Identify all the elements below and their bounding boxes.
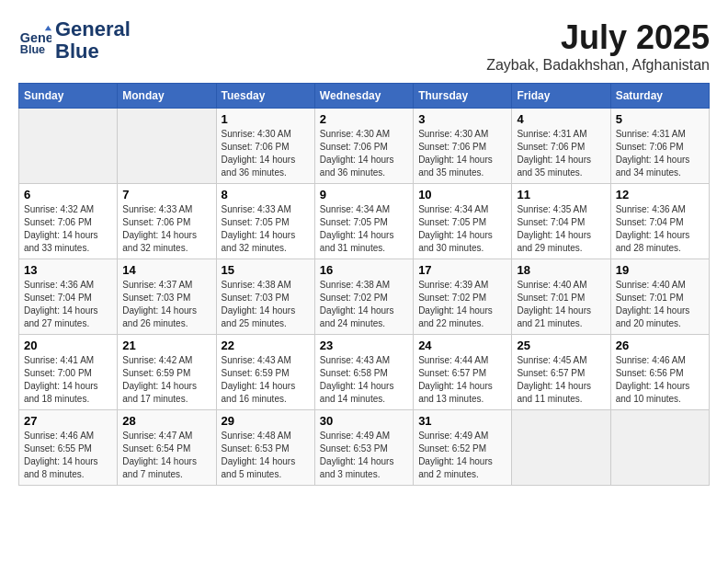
calendar-cell — [118, 109, 216, 184]
day-info: Sunrise: 4:34 AMSunset: 7:05 PMDaylight:… — [320, 203, 408, 255]
day-info: Sunrise: 4:45 AMSunset: 6:57 PMDaylight:… — [517, 354, 605, 406]
calendar-week-row: 20Sunrise: 4:41 AMSunset: 7:00 PMDayligh… — [19, 335, 710, 410]
day-number: 17 — [418, 263, 506, 277]
day-number: 1 — [222, 112, 310, 126]
day-number: 2 — [320, 112, 408, 126]
calendar-header-row: SundayMondayTuesdayWednesdayThursdayFrid… — [19, 84, 710, 109]
title-area: July 2025 Zaybak, Badakhshan, Afghanista… — [486, 18, 710, 74]
calendar-cell: 16Sunrise: 4:38 AMSunset: 7:02 PMDayligh… — [314, 259, 413, 335]
day-number: 10 — [418, 188, 506, 201]
calendar-cell: 25Sunrise: 4:45 AMSunset: 6:57 PMDayligh… — [512, 335, 610, 410]
day-info: Sunrise: 4:38 AMSunset: 7:03 PMDaylight:… — [222, 279, 310, 330]
day-info: Sunrise: 4:42 AMSunset: 6:59 PMDaylight:… — [122, 354, 210, 406]
day-number: 14 — [122, 263, 210, 277]
calendar-cell — [512, 410, 610, 486]
day-info: Sunrise: 4:43 AMSunset: 6:59 PMDaylight:… — [222, 354, 310, 406]
day-number: 5 — [616, 112, 704, 126]
day-info: Sunrise: 4:41 AMSunset: 7:00 PMDaylight:… — [24, 354, 112, 406]
day-number: 9 — [320, 188, 408, 201]
calendar-cell: 9Sunrise: 4:34 AMSunset: 7:05 PMDaylight… — [314, 184, 413, 259]
calendar-cell: 10Sunrise: 4:34 AMSunset: 7:05 PMDayligh… — [414, 184, 512, 259]
logo-text: General Blue — [55, 18, 131, 63]
day-number: 13 — [24, 263, 112, 277]
day-info: Sunrise: 4:30 AMSunset: 7:06 PMDaylight:… — [222, 128, 310, 179]
day-number: 23 — [320, 339, 408, 352]
day-info: Sunrise: 4:40 AMSunset: 7:01 PMDaylight:… — [517, 279, 605, 330]
day-number: 6 — [24, 188, 112, 201]
calendar-cell: 7Sunrise: 4:33 AMSunset: 7:06 PMDaylight… — [118, 184, 216, 259]
day-number: 29 — [222, 414, 310, 428]
calendar-cell: 15Sunrise: 4:38 AMSunset: 7:03 PMDayligh… — [216, 259, 314, 335]
svg-text:Blue: Blue — [20, 44, 45, 57]
calendar-cell: 29Sunrise: 4:48 AMSunset: 6:53 PMDayligh… — [216, 410, 314, 486]
day-info: Sunrise: 4:30 AMSunset: 7:06 PMDaylight:… — [418, 128, 506, 179]
weekday-header: Sunday — [19, 84, 118, 109]
weekday-header: Thursday — [414, 84, 512, 109]
weekday-header: Wednesday — [314, 84, 413, 109]
day-info: Sunrise: 4:31 AMSunset: 7:06 PMDaylight:… — [616, 128, 704, 179]
weekday-header: Saturday — [610, 84, 709, 109]
calendar-cell: 4Sunrise: 4:31 AMSunset: 7:06 PMDaylight… — [512, 109, 610, 184]
day-number: 3 — [418, 112, 506, 126]
day-number: 11 — [517, 188, 605, 201]
calendar-cell: 24Sunrise: 4:44 AMSunset: 6:57 PMDayligh… — [414, 335, 512, 410]
calendar-cell: 12Sunrise: 4:36 AMSunset: 7:04 PMDayligh… — [610, 184, 709, 259]
day-number: 30 — [320, 414, 408, 428]
calendar-cell: 14Sunrise: 4:37 AMSunset: 7:03 PMDayligh… — [118, 259, 216, 335]
month-title: July 2025 — [486, 18, 710, 57]
day-number: 12 — [616, 188, 704, 201]
day-number: 28 — [122, 414, 210, 428]
svg-text:General: General — [20, 30, 51, 45]
day-info: Sunrise: 4:47 AMSunset: 6:54 PMDaylight:… — [122, 430, 210, 481]
calendar-cell: 5Sunrise: 4:31 AMSunset: 7:06 PMDaylight… — [610, 109, 709, 184]
calendar-week-row: 1Sunrise: 4:30 AMSunset: 7:06 PMDaylight… — [19, 109, 710, 184]
day-number: 8 — [222, 188, 310, 201]
calendar-cell: 3Sunrise: 4:30 AMSunset: 7:06 PMDaylight… — [414, 109, 512, 184]
day-number: 31 — [418, 414, 506, 428]
day-number: 25 — [517, 339, 605, 352]
day-number: 18 — [517, 263, 605, 277]
day-number: 15 — [222, 263, 310, 277]
calendar-cell: 18Sunrise: 4:40 AMSunset: 7:01 PMDayligh… — [512, 259, 610, 335]
day-info: Sunrise: 4:43 AMSunset: 6:58 PMDaylight:… — [320, 354, 408, 406]
calendar-cell: 21Sunrise: 4:42 AMSunset: 6:59 PMDayligh… — [118, 335, 216, 410]
header: General Blue General Blue July 2025 Zayb… — [18, 18, 710, 74]
day-number: 7 — [122, 188, 210, 201]
location-title: Zaybak, Badakhshan, Afghanistan — [486, 57, 710, 74]
calendar-cell: 6Sunrise: 4:32 AMSunset: 7:06 PMDaylight… — [19, 184, 118, 259]
day-number: 19 — [616, 263, 704, 277]
day-info: Sunrise: 4:32 AMSunset: 7:06 PMDaylight:… — [24, 203, 112, 255]
calendar-cell: 2Sunrise: 4:30 AMSunset: 7:06 PMDaylight… — [314, 109, 413, 184]
calendar-cell: 19Sunrise: 4:40 AMSunset: 7:01 PMDayligh… — [610, 259, 709, 335]
day-info: Sunrise: 4:33 AMSunset: 7:06 PMDaylight:… — [122, 203, 210, 255]
logo-line2: Blue — [55, 40, 99, 63]
calendar-cell: 8Sunrise: 4:33 AMSunset: 7:05 PMDaylight… — [216, 184, 314, 259]
day-number: 20 — [24, 339, 112, 352]
calendar-cell: 17Sunrise: 4:39 AMSunset: 7:02 PMDayligh… — [414, 259, 512, 335]
day-info: Sunrise: 4:48 AMSunset: 6:53 PMDaylight:… — [222, 430, 310, 481]
calendar-cell: 11Sunrise: 4:35 AMSunset: 7:04 PMDayligh… — [512, 184, 610, 259]
day-number: 26 — [616, 339, 704, 352]
weekday-header: Friday — [512, 84, 610, 109]
day-info: Sunrise: 4:39 AMSunset: 7:02 PMDaylight:… — [418, 279, 506, 330]
day-number: 22 — [222, 339, 310, 352]
calendar-cell: 27Sunrise: 4:46 AMSunset: 6:55 PMDayligh… — [19, 410, 118, 486]
day-info: Sunrise: 4:49 AMSunset: 6:52 PMDaylight:… — [418, 430, 506, 481]
logo-line1: General — [55, 17, 131, 40]
day-info: Sunrise: 4:36 AMSunset: 7:04 PMDaylight:… — [24, 279, 112, 330]
calendar-week-row: 6Sunrise: 4:32 AMSunset: 7:06 PMDaylight… — [19, 184, 710, 259]
day-info: Sunrise: 4:30 AMSunset: 7:06 PMDaylight:… — [320, 128, 408, 179]
calendar-cell: 22Sunrise: 4:43 AMSunset: 6:59 PMDayligh… — [216, 335, 314, 410]
day-info: Sunrise: 4:44 AMSunset: 6:57 PMDaylight:… — [418, 354, 506, 406]
calendar-cell: 1Sunrise: 4:30 AMSunset: 7:06 PMDaylight… — [216, 109, 314, 184]
logo-icon: General Blue — [18, 24, 51, 57]
calendar-cell: 31Sunrise: 4:49 AMSunset: 6:52 PMDayligh… — [414, 410, 512, 486]
weekday-header: Monday — [118, 84, 216, 109]
calendar-cell: 23Sunrise: 4:43 AMSunset: 6:58 PMDayligh… — [314, 335, 413, 410]
calendar-week-row: 27Sunrise: 4:46 AMSunset: 6:55 PMDayligh… — [19, 410, 710, 486]
calendar-cell — [19, 109, 118, 184]
day-number: 16 — [320, 263, 408, 277]
calendar-week-row: 13Sunrise: 4:36 AMSunset: 7:04 PMDayligh… — [19, 259, 710, 335]
logo: General Blue General Blue — [18, 18, 131, 63]
day-info: Sunrise: 4:46 AMSunset: 6:55 PMDaylight:… — [24, 430, 112, 481]
